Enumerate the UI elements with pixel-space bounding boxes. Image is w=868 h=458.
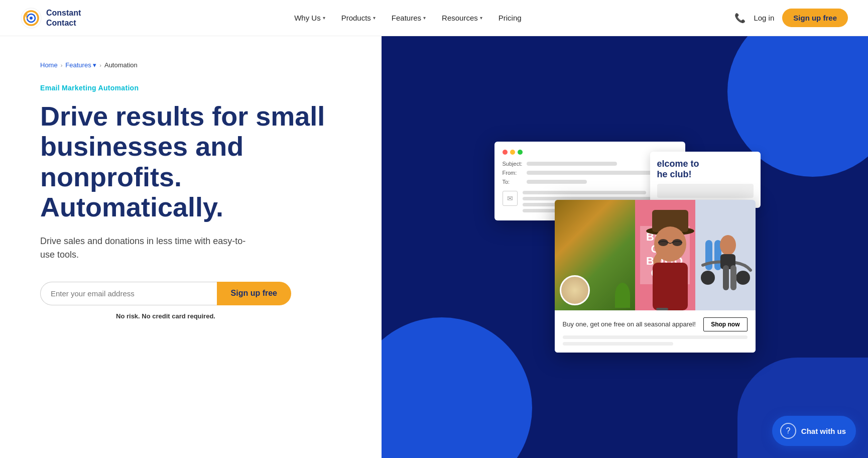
breadcrumb-current: Automation [104,61,138,69]
logo-icon [20,7,42,29]
shop-now-button[interactable]: Shop now [703,317,747,331]
main-container: Home › Features ▾ › Automation Email Mar… [0,36,868,458]
welcome-input-bar [657,184,754,198]
chevron-down-icon: ▾ [373,15,376,21]
chevron-down-icon: ▾ [423,15,426,21]
svg-rect-10 [656,308,668,310]
promo-top-section: BOGO OOB BOGO OOB [555,200,756,310]
signup-button[interactable]: Sign up free [782,9,848,27]
breadcrumb-sep2: › [99,62,101,68]
header: Constant Contact Why Us ▾ Products ▾ Fea… [0,0,868,36]
breadcrumb-features[interactable]: Features ▾ [65,61,96,69]
promo-line [563,335,748,339]
chevron-down-icon: ▾ [480,15,482,21]
food-background [555,200,635,310]
promo-line-short [563,342,674,346]
promo-scooter-image [695,200,756,310]
logo[interactable]: Constant Contact [20,7,81,29]
food-plate [560,275,590,305]
promo-bottom-section: Buy one, get one free on all seasonal ap… [555,310,756,353]
right-panel: Subject: From: To: ✉ [382,36,868,458]
promo-food-image [555,200,635,310]
from-label: From: [503,170,523,176]
nav-why-us[interactable]: Why Us ▾ [287,10,332,26]
dot-yellow [510,150,515,155]
main-nav: Why Us ▾ Products ▾ Features ▾ Resources… [287,10,528,26]
nav-products[interactable]: Products ▾ [334,10,383,26]
breadcrumb: Home › Features ▾ › Automation [40,61,351,69]
email-line [523,191,646,194]
chevron-down-icon: ▾ [93,61,96,69]
hero-subtitle: Drive sales and donations in less time w… [40,235,251,262]
nav-resources[interactable]: Resources ▾ [435,10,489,26]
chat-widget[interactable]: ? Chat with us [772,416,856,446]
subject-bar [527,162,617,166]
form-signup-button[interactable]: Sign up free [217,282,291,305]
welcome-title: elcome to he club! [657,159,754,180]
svg-rect-9 [653,263,688,310]
phone-icon: 📞 [734,13,746,24]
nav-features[interactable]: Features ▾ [385,10,433,26]
left-panel: Home › Features ▾ › Automation Email Mar… [0,36,382,458]
promo-cta-text: Buy one, get one free on all seasonal ap… [563,320,696,329]
login-link[interactable]: Log in [754,14,774,22]
to-label: To: [503,179,523,185]
header-right: 📞 Log in Sign up free [734,9,848,27]
hero-title: Drive results for small businesses and n… [40,101,351,222]
chevron-down-icon: ▾ [323,15,325,21]
promo-center-section: BOGO OOB BOGO OOB [635,200,695,310]
to-bar [527,180,587,184]
svg-point-15 [736,271,750,285]
svg-point-14 [701,271,715,285]
dot-red [503,150,508,155]
subject-label: Subject: [503,161,523,167]
svg-rect-18 [723,265,729,290]
breadcrumb-sep1: › [61,62,63,68]
breadcrumb-home[interactable]: Home [40,61,58,69]
dot-green [518,150,523,155]
chat-icon: ? [780,423,796,439]
promo-card: BOGO OOB BOGO OOB [555,200,756,353]
svg-point-16 [720,235,736,255]
svg-rect-12 [705,240,712,270]
scooter-svg [695,200,756,310]
logo-text: Constant Contact [46,8,81,27]
nav-pricing[interactable]: Pricing [491,10,529,26]
herb-decoration [615,283,630,308]
no-risk-text: No risk. No credit card required. [40,312,291,320]
signup-form: Sign up free [40,282,291,305]
svg-point-8 [672,239,682,246]
svg-point-7 [658,239,668,246]
chat-label: Chat with us [801,427,846,435]
svg-point-3 [30,17,33,20]
section-label: Email Marketing Automation [40,84,351,92]
email-input[interactable] [40,282,217,305]
svg-rect-19 [730,265,736,290]
promo-cta-row: Buy one, get one free on all seasonal ap… [563,317,748,331]
mockup-area: Subject: From: To: ✉ [494,142,756,353]
email-icon: ✉ [503,191,518,206]
